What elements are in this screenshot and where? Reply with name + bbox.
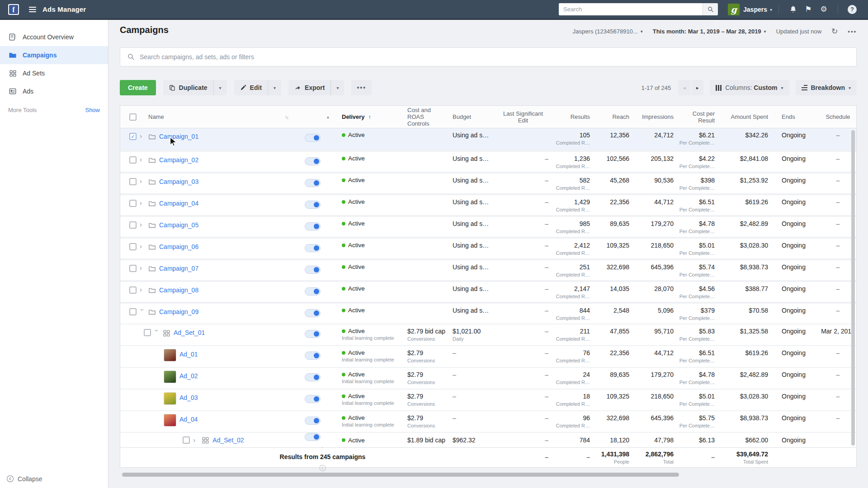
table-row-campaign_08[interactable]: ›Campaign_08ActiveUsing ad s…–2,147Compl… [120,280,856,302]
table-row-ad_01[interactable]: Ad_01ActiveInitial learning complete$2.7… [120,345,856,367]
row-checkbox[interactable] [129,286,137,294]
col-reach[interactable]: Reach [593,113,631,120]
refresh-icon[interactable]: ↻ [831,27,838,36]
delivery-toggle[interactable] [305,179,321,187]
col-budget[interactable]: Budget [453,113,498,120]
info-icon[interactable]: ⓘ [320,465,326,473]
delivery-toggle[interactable] [305,417,321,425]
chevron-right-icon[interactable]: › [193,437,198,443]
collapse-button[interactable]: Collapse [6,475,42,483]
col-schedule[interactable]: Schedule [819,113,857,120]
row-checkbox[interactable] [129,200,137,207]
breakdown-button[interactable]: Breakdown ▾ [796,80,857,95]
flag-icon[interactable]: ⚑ [801,3,816,16]
vertical-scrollbar[interactable] [851,130,855,446]
delivery-toggle[interactable] [305,433,321,441]
table-row-campaign_01[interactable]: ✓›Campaign_01ActiveUsing ad s…105Complet… [120,128,856,150]
col-cost-roas[interactable]: Cost and ROAS Controls [407,107,453,127]
delivery-toggle[interactable] [305,309,321,317]
table-row-ad_04[interactable]: Ad_04ActiveInitial learning complete$2.7… [120,410,856,432]
date-range-selector[interactable]: This month: Mar 1, 2019 – Mar 28, 2019▾ [653,28,766,35]
row-checkbox[interactable] [129,243,137,250]
sidebar-item-ads[interactable]: Ads [0,82,108,100]
search-icon[interactable] [703,3,718,15]
row-checkbox[interactable]: ✓ [129,133,137,140]
col-ends[interactable]: Ends [774,113,819,120]
table-row-ad_02[interactable]: Ad_02ActiveInitial learning complete$2.7… [120,367,856,389]
row-checkbox[interactable] [129,265,137,272]
delivery-toggle[interactable] [305,352,321,360]
delivery-toggle[interactable] [305,395,321,403]
row-name-link[interactable]: Ad_Set_01 [174,329,205,336]
create-button[interactable]: Create [120,80,156,95]
chevron-down-icon[interactable]: › [154,329,160,335]
sort-icon[interactable]: ↑↓ [285,114,288,120]
chevron-right-icon[interactable]: › [140,243,145,249]
row-name-link[interactable]: Campaign_02 [159,156,198,164]
delivery-toggle[interactable] [305,134,321,142]
edit-menu-button[interactable]: ▾ [268,80,281,95]
edit-button[interactable]: Edit [234,80,268,95]
chevron-right-icon[interactable]: › [140,156,145,163]
delivery-toggle[interactable] [305,201,321,209]
duplicate-button[interactable]: Duplicate [163,80,213,95]
chevron-right-icon[interactable]: › [140,133,145,139]
row-name-link[interactable]: Campaign_01 [159,133,198,140]
delivery-toggle[interactable] [305,330,321,338]
more-actions-button[interactable]: ••• [351,80,372,95]
col-last-edit[interactable]: Last Significant Edit [498,110,552,124]
table-row-ad_03[interactable]: Ad_03ActiveInitial learning complete$2.7… [120,389,856,410]
row-name-link[interactable]: Campaign_03 [159,178,198,185]
row-name-link[interactable]: Campaign_04 [159,200,198,207]
col-impressions[interactable]: Impressions [631,113,676,120]
columns-button[interactable]: Columns: Custom ▾ [710,80,789,95]
duplicate-menu-button[interactable]: ▾ [213,80,227,95]
global-search-input[interactable] [559,3,703,15]
table-row-campaign_03[interactable]: ›Campaign_03ActiveUsing ad s…–582Complet… [120,172,856,193]
row-name-link[interactable]: Ad_Set_02 [212,436,244,444]
more-options-icon[interactable]: ••• [848,28,857,35]
sidebar-item-campaigns[interactable]: Campaigns [0,46,108,64]
facebook-logo-icon[interactable]: f [8,4,19,15]
select-all-checkbox[interactable] [129,113,137,121]
export-button[interactable]: Export [288,80,330,95]
export-menu-button[interactable]: ▾ [330,80,344,95]
menu-icon[interactable] [29,7,36,12]
chevron-right-icon[interactable]: › [140,178,145,184]
table-row-campaign_05[interactable]: ›Campaign_05ActiveUsing ad s…–985Complet… [120,215,856,237]
row-checkbox[interactable] [129,178,137,185]
col-name[interactable]: Name [148,113,164,120]
row-checkbox[interactable] [129,221,137,229]
chevron-right-icon[interactable]: › [140,221,145,228]
sidebar-item-ad-sets[interactable]: Ad Sets [0,64,108,82]
help-icon[interactable]: ? [844,3,860,16]
table-row-ad_set_01[interactable]: ›Ad_Set_01ActiveInitial learning complet… [120,324,856,345]
delivery-toggle[interactable] [305,222,321,230]
table-row-campaign_09[interactable]: ›Campaign_09ActiveUsing ad s…–844Complet… [120,302,856,324]
table-row-campaign_06[interactable]: ›Campaign_06ActiveUsing ad s…–2,412Compl… [120,237,856,258]
row-name-link[interactable]: Campaign_08 [159,286,198,294]
user-name[interactable]: Jaspers [743,6,767,13]
delivery-toggle[interactable] [305,373,321,381]
row-name-link[interactable]: Ad_03 [179,394,198,401]
prev-page-button[interactable]: ◂ [678,80,690,95]
notifications-bell-icon[interactable] [785,3,801,16]
account-selector[interactable]: Jaspers (12345678910...▾ [573,28,643,35]
row-name-link[interactable]: Campaign_07 [159,265,198,272]
avatar[interactable]: g [728,4,740,15]
sidebar-item-account-overview[interactable]: Account Overview [0,28,108,46]
row-name-link[interactable]: Ad_02 [179,372,198,380]
chevron-right-icon[interactable]: › [140,200,145,206]
delivery-toggle[interactable] [305,266,321,274]
row-checkbox[interactable] [183,436,190,444]
row-checkbox[interactable] [129,156,137,164]
col-delivery[interactable]: Delivery [342,113,365,120]
col-cost-per-result[interactable]: Cost per Result [676,110,719,124]
chevron-down-icon[interactable]: › [139,309,146,314]
next-page-button[interactable]: ▸ [691,80,703,95]
chevron-right-icon[interactable]: › [140,286,145,293]
settings-gear-icon[interactable]: ⚙ [816,3,831,16]
table-row-campaign_02[interactable]: ›Campaign_02ActiveUsing ad s…–1,236Compl… [120,150,856,172]
row-name-link[interactable]: Campaign_05 [159,221,198,229]
delivery-toggle[interactable] [305,157,321,165]
